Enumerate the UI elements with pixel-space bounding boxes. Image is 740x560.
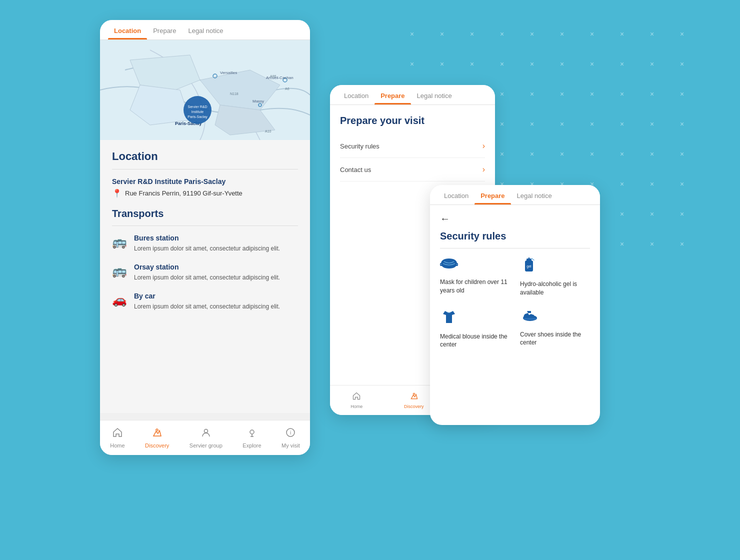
tab-security-prepare[interactable]: Prepare (474, 185, 510, 204)
pin-icon: 📍 (112, 188, 122, 198)
transport-name-orsay: Orsay station (134, 263, 280, 271)
svg-text:Paris-Saclay: Paris-Saclay (188, 115, 208, 119)
menu-contact-us[interactable]: Contact us › (340, 158, 485, 182)
svg-text:Servier R&D: Servier R&D (188, 105, 208, 108)
transport-section: Transports 🚌 Bures station Lorem ipsum d… (112, 208, 298, 311)
transport-item-car: 🚗 By car Lorem ipsum dolor sit amet, con… (112, 292, 298, 311)
bus-icon-2: 🚌 (112, 264, 127, 282)
home-icon (112, 427, 123, 441)
back-arrow-icon[interactable]: ← (440, 213, 590, 224)
svg-text:A6: A6 (285, 87, 290, 90)
location-address: 📍 Rue Francis Perrin, 91190 Gif-sur-Yvet… (112, 188, 298, 198)
transport-desc-bures: Lorem ipsum dolor sit amet, consectetur … (134, 244, 280, 253)
group-icon (200, 427, 212, 441)
security-content: ← Security rules Mask for children over … (430, 205, 600, 357)
nav-small-home[interactable]: Home (350, 392, 362, 409)
svg-text:Versailles: Versailles (220, 70, 237, 75)
mask-label: Mask for children over 11 years old (440, 278, 510, 295)
security-items-grid: Mask for children over 11 years old gel … (440, 256, 590, 349)
security-item-mask: Mask for children over 11 years old (440, 256, 510, 297)
car-icon: 🚗 (112, 293, 127, 311)
svg-text:i: i (290, 430, 291, 436)
bus-icon-1: 🚌 (112, 235, 127, 253)
tab-security-legal[interactable]: Legal notice (511, 185, 558, 204)
svg-text:N118: N118 (230, 92, 238, 96)
visit-icon: i (285, 427, 296, 441)
blouse-icon (440, 307, 510, 328)
svg-text:Institute: Institute (192, 110, 204, 114)
nav-small-home-label: Home (350, 404, 362, 409)
nav-small-discovery-label: Discovery (404, 404, 424, 409)
prepare-section-title: Prepare your visit (340, 115, 485, 126)
svg-text:gel: gel (526, 264, 532, 268)
discovery-icon (152, 427, 162, 441)
shoes-label: Cover shoes inside the center (520, 330, 590, 348)
card-location: Location Prepare Legal notice Versailles… (100, 20, 310, 455)
tab-prepare-prepare[interactable]: Prepare (374, 85, 410, 104)
svg-text:A86: A86 (270, 74, 276, 78)
transport-desc-car: Lorem ipsum dolor sit amet, consectetur … (134, 302, 280, 311)
location-address-text: Rue Francis Perrin, 91190 Gif-sur-Yvette (125, 190, 242, 197)
nav-servier-group[interactable]: Servier group (190, 427, 222, 448)
transport-divider (112, 226, 298, 226)
chevron-right-icon-2: › (482, 165, 485, 174)
chevron-right-icon-1: › (482, 142, 485, 150)
menu-security-label: Security rules (340, 142, 380, 150)
nav-small-discovery[interactable]: Discovery (404, 392, 424, 409)
security-rules-title: Security rules (440, 230, 590, 248)
security-item-blouse: Medical blouse inside the center (440, 307, 510, 350)
svg-point-21 (204, 430, 208, 433)
nav-my-visit[interactable]: i My visit (282, 427, 300, 448)
svg-point-25 (413, 393, 414, 394)
tab-prepare-location[interactable]: Location (338, 85, 374, 104)
transport-name-car: By car (134, 292, 280, 300)
location-divider (112, 169, 298, 170)
svg-text:Massy: Massy (252, 99, 264, 104)
location-title: Location (112, 150, 298, 163)
blouse-label: Medical blouse inside the center (440, 332, 510, 350)
transport-title: Transports (112, 208, 298, 220)
nav-explore[interactable]: Explore (242, 427, 261, 448)
svg-text:A10: A10 (265, 130, 272, 133)
mask-icon (440, 256, 510, 274)
nav-discovery-label: Discovery (145, 442, 169, 448)
transport-item-orsay: 🚌 Orsay station Lorem ipsum dolor sit am… (112, 263, 298, 282)
security-item-shoes: Cover shoes inside the center (520, 307, 590, 350)
location-tab-bar: Location Prepare Legal notice (100, 20, 310, 40)
card-security: Location Prepare Legal notice ← Security… (430, 185, 600, 425)
small-home-icon (352, 392, 361, 403)
menu-contact-label: Contact us (340, 166, 371, 174)
nav-servier-label: Servier group (190, 442, 222, 448)
nav-explore-label: Explore (242, 442, 261, 448)
transport-item-bures: 🚌 Bures station Lorem ipsum dolor sit am… (112, 234, 298, 253)
explore-icon (246, 427, 258, 441)
svg-point-22 (250, 430, 254, 434)
tab-location[interactable]: Location (108, 20, 147, 40)
tab-security-location[interactable]: Location (438, 185, 474, 204)
security-item-gel: gel Hydro-alcoholic gel is available (520, 256, 590, 297)
security-tab-bar: Location Prepare Legal notice (430, 185, 600, 205)
shoes-icon (520, 307, 590, 326)
transport-desc-orsay: Lorem ipsum dolor sit amet, consectetur … (134, 273, 280, 282)
nav-discovery[interactable]: Discovery (145, 427, 169, 448)
gel-icon: gel (520, 256, 590, 276)
svg-rect-28 (526, 258, 532, 261)
nav-visit-label: My visit (282, 442, 300, 448)
location-place-name: Servier R&D Institute Paris-Saclay (112, 178, 298, 186)
bottom-nav-location: Home Discovery Servier group (100, 420, 310, 455)
tab-legal-notice[interactable]: Legal notice (182, 20, 229, 40)
prepare-tab-bar: Location Prepare Legal notice (330, 85, 495, 105)
nav-home-label: Home (110, 442, 124, 448)
prepare-content: Prepare your visit Security rules › Cont… (330, 105, 495, 192)
menu-security-rules[interactable]: Security rules › (340, 134, 485, 158)
transport-name-bures: Bures station (134, 234, 280, 242)
tab-prepare-legal[interactable]: Legal notice (411, 85, 458, 104)
tab-prepare[interactable]: Prepare (147, 20, 182, 40)
svg-point-20 (156, 429, 158, 431)
small-discovery-icon (410, 392, 418, 403)
nav-home[interactable]: Home (110, 427, 124, 448)
map-area: Versailles Arcueil-Cachan Massy A6 A86 N… (100, 40, 310, 140)
gel-label: Hydro-alcoholic gel is available (520, 280, 590, 297)
